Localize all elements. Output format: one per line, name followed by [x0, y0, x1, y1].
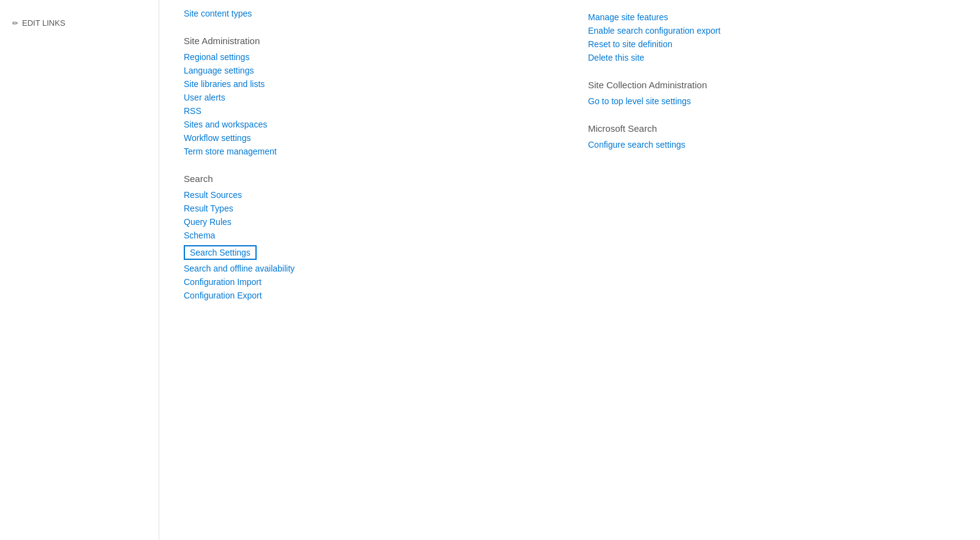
query-rules-link[interactable]: Query Rules	[184, 217, 551, 227]
result-types-link[interactable]: Result Types	[184, 203, 551, 213]
delete-site-link[interactable]: Delete this site	[588, 53, 956, 63]
enable-search-config-export-link[interactable]: Enable search configuration export	[588, 26, 956, 36]
search-settings-wrapper: Search Settings	[184, 245, 551, 260]
search-header: Search	[184, 173, 551, 184]
result-sources-link[interactable]: Result Sources	[184, 190, 551, 200]
main-content: Site content types Site Administration R…	[159, 0, 980, 540]
sites-workspaces-link[interactable]: Sites and workspaces	[184, 120, 551, 129]
search-settings-link[interactable]: Search Settings	[184, 245, 257, 260]
microsoft-search-header: Microsoft Search	[588, 123, 956, 134]
microsoft-search-links: Configure search settings	[588, 140, 956, 150]
schema-link[interactable]: Schema	[184, 230, 551, 240]
site-collection-admin-links: Go to top level site settings	[588, 96, 956, 106]
rss-link[interactable]: RSS	[184, 106, 551, 116]
left-column: Site content types Site Administration R…	[184, 0, 551, 540]
user-alerts-link[interactable]: User alerts	[184, 93, 551, 102]
edit-links[interactable]: ✏ EDIT LINKS	[0, 12, 159, 34]
configure-search-settings-link[interactable]: Configure search settings	[588, 140, 956, 150]
site-actions-links: Manage site features Enable search confi…	[588, 12, 956, 63]
search-offline-link[interactable]: Search and offline availability	[184, 264, 551, 273]
site-collection-admin-header: Site Collection Administration	[588, 80, 956, 90]
edit-links-label: EDIT LINKS	[22, 18, 66, 28]
left-sidebar: ✏ EDIT LINKS	[0, 0, 159, 540]
term-store-management-link[interactable]: Term store management	[184, 146, 551, 156]
right-column: Manage site features Enable search confi…	[588, 0, 956, 540]
regional-settings-link[interactable]: Regional settings	[184, 52, 551, 62]
configuration-export-link[interactable]: Configuration Export	[184, 291, 551, 300]
manage-site-features-link[interactable]: Manage site features	[588, 12, 956, 22]
page-container: ✏ EDIT LINKS Site content types Site Adm…	[0, 0, 980, 540]
language-settings-link[interactable]: Language settings	[184, 66, 551, 75]
pencil-icon: ✏	[12, 19, 18, 28]
site-content-types-link[interactable]: Site content types	[184, 6, 551, 18]
workflow-settings-link[interactable]: Workflow settings	[184, 133, 551, 143]
site-administration-header: Site Administration	[184, 36, 551, 46]
site-libraries-lists-link[interactable]: Site libraries and lists	[184, 79, 551, 89]
site-administration-links: Regional settings Language settings Site…	[184, 52, 551, 156]
go-top-level-site-link[interactable]: Go to top level site settings	[588, 96, 956, 106]
reset-site-definition-link[interactable]: Reset to site definition	[588, 39, 956, 49]
configuration-import-link[interactable]: Configuration Import	[184, 277, 551, 287]
search-links: Result Sources Result Types Query Rules …	[184, 190, 551, 300]
